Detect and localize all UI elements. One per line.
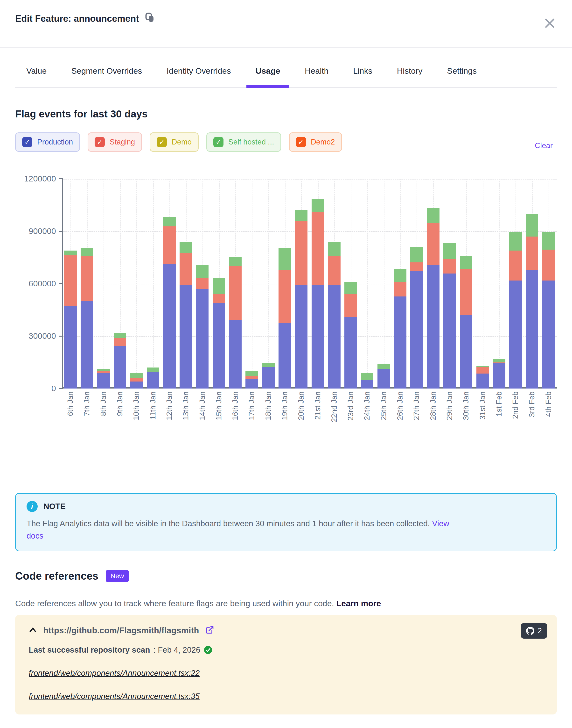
segment-self-hosted: [130, 373, 143, 378]
segment-self-hosted: [147, 367, 159, 372]
bar-13th-jan[interactable]: [177, 179, 194, 388]
bar-16th-jan[interactable]: [227, 179, 243, 388]
bar-20th-jan[interactable]: [293, 179, 309, 388]
environment-pill-self-hosted[interactable]: ✓Self hosted ...: [206, 132, 281, 152]
bar-7th-jan[interactable]: [79, 179, 95, 388]
bar-18th-jan[interactable]: [260, 179, 277, 388]
segment-self-hosted: [542, 232, 555, 250]
bar-8th-jan[interactable]: [95, 179, 112, 388]
bar-6th-jan[interactable]: [62, 179, 79, 388]
bar-17th-jan[interactable]: [243, 179, 260, 388]
code-reference-file-link[interactable]: frontend/web/components/Announcement.tsx…: [29, 692, 200, 701]
bar-28th-jan[interactable]: [425, 179, 441, 388]
segment-production: [377, 369, 390, 388]
bar-23rd-jan[interactable]: [343, 179, 359, 388]
x-axis-label: 2nd Feb: [511, 391, 520, 419]
segment-staging: [213, 294, 225, 303]
segment-staging: [542, 250, 555, 281]
close-icon[interactable]: [544, 17, 556, 29]
segment-self-hosted: [64, 251, 77, 255]
x-axis-label: 21st Jan: [313, 391, 322, 420]
segment-self-hosted: [344, 282, 357, 294]
bar-30th-jan[interactable]: [458, 179, 474, 388]
code-references-description: Code references allow you to track where…: [15, 599, 381, 608]
tab-history[interactable]: History: [388, 65, 432, 88]
bar-19th-jan[interactable]: [277, 179, 293, 388]
segment-staging: [460, 269, 472, 315]
bar-24th-jan[interactable]: [359, 179, 375, 388]
x-axis-label: 9th Jan: [116, 391, 124, 416]
tab-links[interactable]: Links: [344, 65, 381, 88]
bar-4th-feb[interactable]: [541, 179, 557, 388]
tab-segment-overrides[interactable]: Segment Overrides: [62, 65, 151, 88]
file-links: frontend/web/components/Announcement.tsx…: [29, 669, 543, 701]
bar-26th-jan[interactable]: [392, 179, 408, 388]
segment-self-hosted: [427, 208, 439, 223]
tab-identity-overrides[interactable]: Identity Overrides: [157, 65, 240, 88]
learn-more-link[interactable]: Learn more: [337, 599, 381, 608]
gridline: [499, 179, 500, 388]
bar-21st-jan[interactable]: [309, 179, 326, 388]
x-axis-label: 22nd Jan: [330, 391, 339, 422]
note-body: The Flag Analytics data will be visible …: [26, 517, 458, 542]
bar-14th-jan[interactable]: [194, 179, 210, 388]
x-axis-label: 19th Jan: [280, 391, 289, 420]
gridline: [136, 179, 137, 388]
bar-25th-jan[interactable]: [375, 179, 392, 388]
github-count-badge[interactable]: 2: [521, 623, 547, 639]
repo-url-link[interactable]: https://github.com/Flagsmith/flagsmith: [43, 625, 199, 635]
repo-card: https://github.com/Flagsmith/flagsmith 2…: [15, 615, 557, 715]
tab-value[interactable]: Value: [17, 65, 56, 88]
note-box: i NOTE The Flag Analytics data will be v…: [15, 493, 557, 551]
bar-11th-jan[interactable]: [145, 179, 161, 388]
x-axis-label: 30th Jan: [462, 391, 471, 420]
copy-icon[interactable]: [145, 12, 154, 25]
gridline: [153, 179, 154, 388]
bar-31st-jan[interactable]: [474, 179, 491, 388]
segment-staging: [163, 226, 176, 264]
tab-usage[interactable]: Usage: [246, 65, 289, 88]
checkbox-icon[interactable]: ✓: [213, 137, 223, 147]
segment-production: [427, 265, 439, 388]
modal-title-text: Edit Feature: announcement: [15, 13, 139, 24]
bar-22nd-jan[interactable]: [326, 179, 343, 388]
checkbox-icon[interactable]: ✓: [296, 137, 306, 147]
environment-pill-production[interactable]: ✓Production: [15, 132, 80, 152]
checkbox-icon[interactable]: ✓: [95, 137, 105, 147]
bar-9th-jan[interactable]: [112, 179, 128, 388]
x-axis-label: 8th Jan: [99, 391, 108, 416]
environment-pill-staging[interactable]: ✓Staging: [88, 132, 142, 152]
bar-2nd-feb[interactable]: [507, 179, 524, 388]
segment-staging: [245, 376, 258, 379]
environment-label: Demo: [171, 138, 192, 146]
tab-health[interactable]: Health: [296, 65, 338, 88]
clear-filters-link[interactable]: Clear: [535, 141, 553, 150]
checkbox-icon[interactable]: ✓: [22, 137, 32, 147]
bar-10th-jan[interactable]: [128, 179, 145, 388]
segment-production: [229, 320, 241, 388]
segment-self-hosted: [97, 369, 110, 371]
environment-pill-demo[interactable]: ✓Demo: [150, 132, 199, 152]
segment-self-hosted: [377, 364, 390, 369]
bar-29th-jan[interactable]: [441, 179, 458, 388]
bar-1st-feb[interactable]: [491, 179, 507, 388]
x-axis-label: 18th Jan: [264, 391, 273, 420]
bar-27th-jan[interactable]: [408, 179, 425, 388]
bar-12th-jan[interactable]: [161, 179, 177, 388]
segment-self-hosted: [509, 232, 522, 251]
x-axis-label: 29th Jan: [445, 391, 454, 420]
segment-production: [394, 297, 407, 388]
x-axis-label: 12th Jan: [165, 391, 174, 420]
segment-production: [147, 372, 159, 388]
environment-pill-demo2[interactable]: ✓Demo2: [289, 132, 342, 152]
chevron-up-icon[interactable]: [29, 627, 37, 634]
code-reference-file-link[interactable]: frontend/web/components/Announcement.tsx…: [29, 669, 200, 678]
x-axis-label: 17th Jan: [247, 391, 256, 420]
checkbox-icon[interactable]: ✓: [157, 137, 167, 147]
bar-3rd-feb[interactable]: [524, 179, 540, 388]
external-link-icon[interactable]: [205, 625, 214, 635]
bar-15th-jan[interactable]: [211, 179, 227, 388]
gridline: [367, 179, 368, 388]
tab-settings[interactable]: Settings: [438, 65, 486, 88]
y-axis-label: 900000: [17, 226, 56, 236]
